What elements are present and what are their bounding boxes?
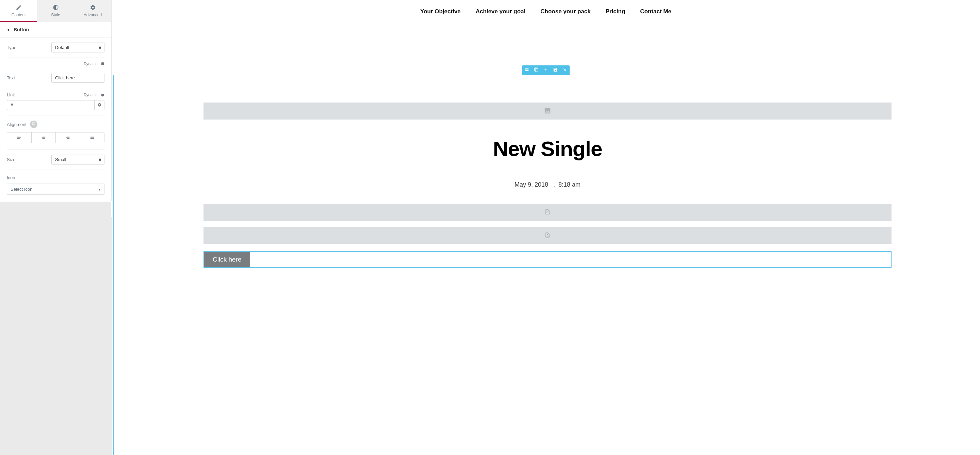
type-select[interactable]: Default — [51, 43, 105, 53]
section-delete-button[interactable] — [560, 65, 570, 75]
link-label: Link — [7, 92, 15, 97]
responsive-toggle[interactable] — [30, 121, 37, 128]
control-type: Type Default ▲▼ — [7, 37, 105, 58]
dynamic-toggle-link[interactable]: Dynamic — [84, 93, 105, 97]
section-save-button[interactable] — [550, 65, 560, 75]
panel-bottom-area — [0, 202, 111, 455]
tab-style-label: Style — [51, 13, 60, 18]
copy-icon — [534, 67, 539, 73]
alignment-label: Alignment — [7, 122, 27, 127]
nav-item-pack[interactable]: Choose your pack — [540, 8, 590, 15]
nav-item-contact[interactable]: Contact Me — [640, 8, 671, 15]
tab-content-label: Content — [11, 13, 25, 18]
database-icon — [101, 62, 105, 66]
close-icon — [563, 67, 567, 73]
text-label: Text — [7, 75, 15, 80]
panel-tabs: Content Style Advanced — [0, 0, 111, 22]
control-size: Size Small ▲▼ — [7, 150, 105, 170]
align-right-button[interactable] — [56, 133, 80, 143]
nav-item-achieve[interactable]: Achieve your goal — [476, 8, 525, 15]
align-right-icon — [65, 135, 70, 140]
caret-down-icon: ▼ — [7, 28, 10, 32]
align-justify-button[interactable] — [80, 133, 105, 143]
control-text: Text — [7, 68, 105, 88]
gear-icon — [90, 5, 96, 11]
controls: Type Default ▲▼ Dynamic Text — [0, 37, 111, 202]
preview-canvas: Your Objective Achieve your goal Choose … — [111, 0, 980, 455]
database-icon — [101, 93, 105, 97]
align-left-icon — [17, 135, 21, 140]
link-options-button[interactable] — [94, 100, 105, 110]
tab-advanced[interactable]: Advanced — [74, 0, 111, 22]
dynamic-label: Dynamic — [84, 62, 98, 66]
tab-content[interactable]: Content — [0, 0, 37, 22]
section-icon — [524, 67, 529, 73]
dynamic-toggle-text[interactable]: Dynamic — [7, 58, 105, 68]
link-input[interactable] — [7, 100, 94, 110]
align-center-icon — [41, 135, 46, 140]
section-toolbar — [522, 65, 570, 75]
plus-icon — [543, 67, 548, 73]
alignment-buttons — [7, 132, 105, 143]
desktop-icon — [32, 122, 36, 127]
save-icon — [553, 67, 558, 73]
align-left-button[interactable] — [7, 133, 32, 143]
site-nav: Your Objective Achieve your goal Choose … — [111, 0, 980, 24]
section-duplicate-button[interactable] — [531, 65, 541, 75]
tab-style[interactable]: Style — [37, 0, 74, 22]
size-label: Size — [7, 157, 15, 162]
control-icon: Icon Select Icon ▼ — [7, 170, 105, 202]
icon-label: Icon — [7, 175, 105, 180]
nav-item-objective[interactable]: Your Objective — [420, 8, 461, 15]
align-center-button[interactable] — [32, 133, 56, 143]
editor-panel: Content Style Advanced ▼ Button Ty — [0, 0, 111, 455]
nav-item-pricing[interactable]: Pricing — [606, 8, 625, 15]
section-header-button[interactable]: ▼ Button — [0, 22, 111, 37]
section-edit-button[interactable] — [522, 65, 531, 75]
section-add-button[interactable] — [541, 65, 550, 75]
size-select[interactable]: Small — [51, 155, 105, 164]
align-justify-icon — [90, 135, 95, 140]
contrast-icon — [53, 5, 59, 11]
type-label: Type — [7, 45, 16, 50]
pencil-icon — [16, 5, 22, 11]
tab-advanced-label: Advanced — [84, 13, 102, 18]
section-title: Button — [14, 27, 29, 32]
gear-icon — [97, 102, 102, 108]
icon-select[interactable]: Select Icon — [7, 184, 105, 195]
text-input[interactable] — [51, 73, 105, 83]
section-outline — [113, 75, 980, 455]
